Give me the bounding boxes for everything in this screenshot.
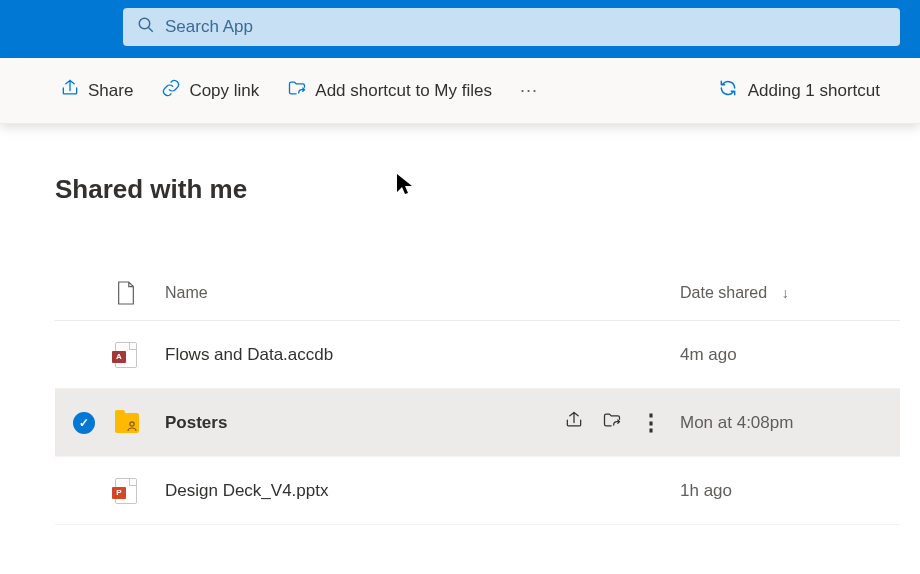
- file-type-column-icon[interactable]: [115, 280, 155, 306]
- svg-line-1: [148, 27, 153, 32]
- command-bar: Share Copy link Add shortcut to My files…: [0, 58, 920, 124]
- list-item[interactable]: P Design Deck_V4.pptx 1h ago: [55, 457, 900, 525]
- add-shortcut-button[interactable]: Add shortcut to My files: [287, 78, 492, 103]
- copy-link-button[interactable]: Copy link: [161, 78, 259, 103]
- svg-point-0: [139, 18, 150, 29]
- powerpoint-file-icon: P: [115, 478, 155, 504]
- file-name[interactable]: Posters: [155, 413, 550, 433]
- sync-icon: [718, 78, 738, 103]
- sort-descending-icon: ↓: [782, 285, 789, 301]
- selected-check-icon[interactable]: ✓: [73, 412, 95, 434]
- search-icon: [137, 16, 155, 38]
- app-header: [0, 0, 920, 58]
- file-date: 4m ago: [680, 345, 900, 365]
- file-name[interactable]: Flows and Data.accdb: [155, 345, 550, 365]
- copy-link-label: Copy link: [189, 81, 259, 101]
- file-list: Name Date shared ↓ A Flows and Data.accd…: [55, 270, 900, 525]
- add-shortcut-label: Add shortcut to My files: [315, 81, 492, 101]
- page-title: Shared with me: [0, 124, 920, 205]
- link-icon: [161, 78, 181, 103]
- date-column-header[interactable]: Date shared ↓: [680, 284, 900, 302]
- access-file-icon: A: [115, 342, 155, 368]
- folder-shortcut-icon: [287, 78, 307, 103]
- share-icon: [60, 78, 80, 103]
- list-item[interactable]: ✓ Posters ⋮ Mon at 4:08pm: [55, 389, 900, 457]
- name-column-header[interactable]: Name: [155, 284, 550, 302]
- file-date: 1h ago: [680, 481, 900, 501]
- status-label: Adding 1 shortcut: [748, 81, 880, 101]
- overflow-button[interactable]: ···: [520, 80, 538, 101]
- row-add-shortcut-button[interactable]: [602, 410, 622, 435]
- row-share-button[interactable]: [564, 410, 584, 435]
- file-date: Mon at 4:08pm: [680, 413, 900, 433]
- row-more-button[interactable]: ⋮: [640, 412, 662, 434]
- svg-point-2: [130, 421, 134, 425]
- share-label: Share: [88, 81, 133, 101]
- share-button[interactable]: Share: [60, 78, 133, 103]
- search-input[interactable]: [165, 17, 886, 37]
- list-header: Name Date shared ↓: [55, 270, 900, 321]
- search-box[interactable]: [123, 8, 900, 46]
- status-text: Adding 1 shortcut: [718, 78, 880, 103]
- file-name[interactable]: Design Deck_V4.pptx: [155, 481, 550, 501]
- shared-folder-icon: [115, 413, 155, 433]
- list-item[interactable]: A Flows and Data.accdb 4m ago: [55, 321, 900, 389]
